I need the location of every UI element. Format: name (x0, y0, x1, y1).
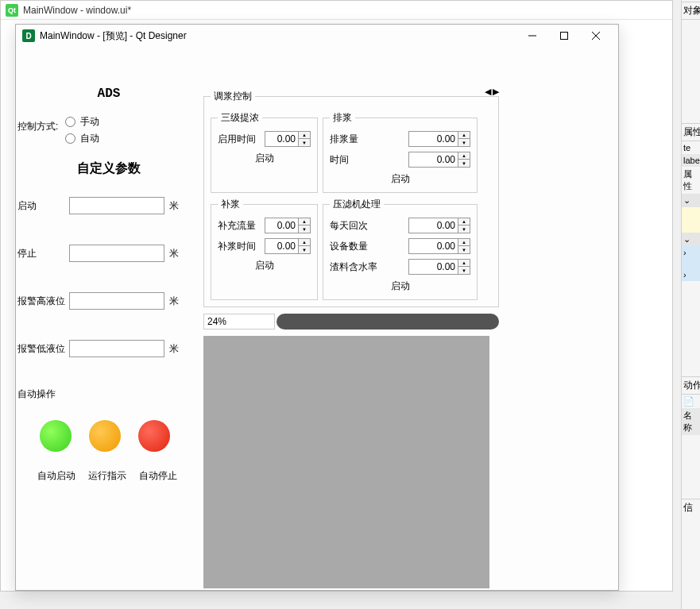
spin-down-icon[interactable]: ▼ (458, 139, 470, 146)
spin-down-icon[interactable]: ▼ (458, 267, 470, 274)
auto-stop-label: 自动停止 (138, 469, 178, 483)
designer-icon: D (22, 29, 35, 42)
custom-params-heading: 自定义参数 (17, 160, 200, 177)
field-stop: 停止 米 (17, 245, 200, 262)
unit-label: 米 (169, 342, 179, 356)
alarm-high-input[interactable] (69, 292, 164, 310)
left-column: ADS 控制方式: 手动 自动 自定义参数 启动 米 停止 米 报警高液位 (17, 87, 200, 483)
stop-input[interactable] (69, 245, 164, 262)
prop-cell[interactable] (682, 207, 700, 220)
device-count-spin[interactable]: ▲▼ (408, 238, 470, 254)
spin-up-icon[interactable]: ▲ (458, 132, 470, 139)
prop-cell[interactable] (682, 220, 700, 233)
field-start: 启动 米 (17, 197, 200, 214)
device-count-value[interactable] (408, 238, 458, 254)
discharge-time-spin[interactable]: ▲▼ (408, 152, 470, 168)
start-input[interactable] (69, 197, 164, 214)
water-content-label: 渣料含水率 (330, 260, 408, 274)
spin-down-icon[interactable]: ▼ (458, 246, 470, 253)
spin-up-icon[interactable]: ▲ (299, 132, 310, 139)
run-indicator-label: 运行指示 (87, 469, 127, 483)
prop-cell[interactable]: › (682, 268, 700, 281)
spin-down-icon[interactable]: ▼ (458, 160, 470, 167)
progress-label: 24% (203, 314, 275, 330)
enable-time-label: 启用时间 (218, 133, 265, 146)
preview-titlebar[interactable]: D MainWindow - [预览] - Qt Designer (16, 25, 618, 47)
supp-time-value[interactable] (265, 238, 298, 254)
alarm-high-label: 报警高液位 (17, 295, 69, 308)
unit-label: 米 (169, 247, 179, 260)
action-icon[interactable]: 📄 (682, 395, 700, 408)
discharge-amount-label: 排浆量 (330, 133, 408, 146)
discharge-time-value[interactable] (408, 152, 458, 168)
spin-up-icon[interactable]: ▲ (458, 152, 470, 160)
water-content-spin[interactable]: ▲▼ (408, 259, 470, 275)
supp-time-spin[interactable]: ▲▼ (265, 238, 311, 254)
discharge-amount-spin[interactable]: ▲▼ (408, 131, 470, 147)
alarm-low-label: 报警低液位 (17, 342, 69, 356)
enable-time-value[interactable] (265, 131, 298, 147)
control-mode-row: 控制方式: 手动 自动 (17, 115, 200, 148)
close-button[interactable] (580, 25, 612, 47)
supp-time-label: 补浆时间 (218, 240, 265, 253)
spin-up-icon[interactable]: ▲ (299, 239, 310, 246)
discharge-start-button[interactable]: 启动 (330, 172, 470, 186)
daily-times-value[interactable] (408, 218, 458, 233)
field-alarm-high: 报警高液位 米 (17, 292, 200, 310)
control-mode-label: 控制方式: (17, 115, 65, 133)
spin-up-icon[interactable]: ▲ (458, 260, 470, 267)
spin-up-icon[interactable]: ▲ (458, 239, 470, 246)
status-lights (40, 420, 200, 452)
preview-window: D MainWindow - [预览] - Qt Designer ADS 控制… (15, 24, 619, 591)
filterpress-legend: 压滤机处理 (330, 198, 384, 211)
light-labels: 自动启动 运行指示 自动停止 (37, 469, 200, 483)
outer-titlebar: Qt MainWindow - window.ui* (1, 1, 672, 20)
minimize-button[interactable] (516, 25, 548, 47)
daily-times-spin[interactable]: ▲▼ (408, 218, 470, 233)
prop-row: 属性 (682, 167, 700, 194)
spin-down-icon[interactable]: ▼ (458, 225, 470, 233)
unit-label: 米 (169, 199, 179, 213)
radio-manual[interactable]: 手动 (65, 115, 99, 129)
mixing-control-group: 调浆控制 三级提浓 启用时间 ▲▼ 启动 排浆 排浆量 (203, 90, 499, 307)
supplement-start-button[interactable]: 启动 (218, 259, 311, 272)
filterpress-start-button[interactable]: 启动 (330, 279, 470, 293)
supp-flow-spin[interactable]: ▲▼ (265, 218, 311, 233)
spin-up-icon[interactable]: ▲ (458, 218, 470, 225)
device-count-label: 设备数量 (330, 240, 408, 253)
spin-down-icon[interactable]: ▼ (299, 225, 310, 233)
radio-auto[interactable]: 自动 (65, 132, 99, 145)
prop-row[interactable]: te (682, 141, 700, 154)
spin-down-icon[interactable]: ▼ (299, 139, 310, 146)
group-filterpress: 压滤机处理 每天回次 ▲▼ 设备数量 ▲▼ 渣料含水率 ▲▼ (323, 198, 478, 300)
light-red (138, 420, 170, 452)
radio-auto-label: 自动 (80, 132, 99, 145)
daily-times-label: 每天回次 (330, 219, 408, 233)
stop-label: 停止 (17, 247, 69, 260)
supp-flow-value[interactable] (265, 218, 298, 233)
prop-row[interactable]: labe (682, 154, 700, 167)
discharge-legend: 排浆 (330, 111, 355, 125)
enable-time-spin[interactable]: ▲▼ (265, 131, 311, 147)
light-orange (89, 420, 121, 452)
discharge-amount-value[interactable] (408, 131, 458, 147)
supp-flow-label: 补充流量 (218, 219, 265, 233)
dock-header: 对象 (682, 2, 700, 20)
thicken-legend: 三级提浓 (218, 111, 262, 125)
dock-header: 属性 (682, 123, 700, 141)
prop-cell[interactable]: › (682, 246, 700, 259)
gray-placeholder (203, 336, 489, 588)
group-supplement: 补浆 补充流量 ▲▼ 补浆时间 ▲▼ 启动 (211, 198, 318, 300)
expand-row[interactable]: ⌄ (682, 194, 700, 207)
expand-row[interactable]: ⌄ (682, 233, 700, 246)
alarm-low-input[interactable] (69, 340, 164, 357)
auto-ops-title: 自动操作 (17, 387, 200, 401)
preview-body: ADS 控制方式: 手动 自动 自定义参数 启动 米 停止 米 报警高液位 (16, 47, 618, 590)
thicken-start-button[interactable]: 启动 (218, 152, 311, 165)
qt-icon: Qt (6, 4, 18, 17)
water-content-value[interactable] (408, 259, 458, 275)
dock-header: 信 (682, 499, 700, 516)
spin-up-icon[interactable]: ▲ (299, 218, 310, 225)
maximize-button[interactable] (548, 25, 580, 47)
spin-down-icon[interactable]: ▼ (299, 246, 310, 253)
